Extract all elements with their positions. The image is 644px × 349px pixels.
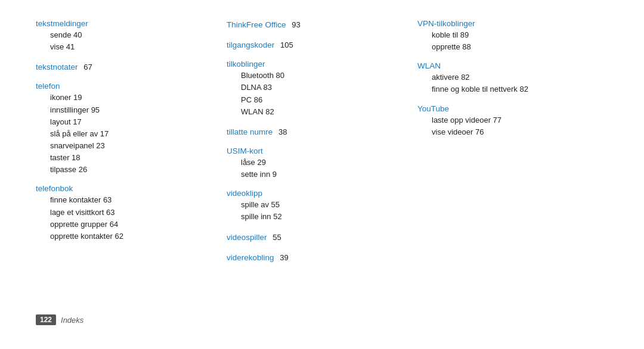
list-item: opprette 88 [417,41,608,53]
section-thinkfree: ThinkFree Office 93 [227,19,417,31]
column-1: tekstmeldinger sende 40 vise 41 tekstnot… [36,19,227,310]
list-item: lage et visittkort 63 [36,207,227,219]
index-columns: tekstmeldinger sende 40 vise 41 tekstnot… [36,19,608,310]
list-item: låse 29 [227,157,417,169]
section-videospiller: videospiller 55 [227,232,417,244]
list-item: PC 86 [227,94,417,106]
list-item: 105 [277,40,293,49]
section-tilkoblinger: tilkoblinger Bluetooth 80 DLNA 83 PC 86 … [227,60,417,118]
list-item: 38 [275,127,287,136]
section-tillatte: tillatte numre 38 [227,126,417,138]
column-3: VPN-tilkoblinger koble til 89 opprette 8… [417,19,608,310]
list-item: innstillinger 95 [36,104,227,116]
section-vpn: VPN-tilkoblinger koble til 89 opprette 8… [417,19,608,53]
list-item: tilpasse 26 [36,164,227,176]
list-item: spille inn 52 [227,211,417,223]
section-telefon: telefon ikoner 19 innstillinger 95 layou… [36,82,227,176]
section-title-usim: USIM-kort [227,147,417,155]
section-title-youtube: YouTube [417,104,608,113]
list-item: Bluetooth 80 [227,70,417,82]
list-item: finne kontakter 63 [36,194,227,206]
section-viderekobling: viderekobling 39 [227,252,417,264]
section-title-tekstnotater: tekstnotater [36,63,78,71]
list-item: vise videoer 76 [417,126,608,138]
footer: 122 Indeks [36,314,608,325]
list-item: 39 [276,253,288,262]
section-tekstmeldinger: tekstmeldinger sende 40 vise 41 [36,19,227,53]
section-tekstnotater: tekstnotater 67 [36,61,227,73]
list-item: slå på eller av 17 [36,128,227,140]
list-item: spille av 55 [227,199,417,211]
section-videoklipp: videoklipp spille av 55 spille inn 52 [227,189,417,223]
list-item: aktivere 82 [417,71,608,83]
list-item: taster 18 [36,152,227,164]
list-item: finne og koble til nettverk 82 [417,83,608,95]
section-title-wlan: WLAN [417,61,608,70]
section-title-telefonbok: telefonbok [36,184,227,193]
section-title-videospiller: videospiller [227,233,267,242]
list-item: 93 [288,20,300,29]
section-title-tillatte: tillatte numre [227,127,273,136]
list-item: 67 [80,63,92,71]
list-item: DLNA 83 [227,82,417,94]
list-item: opprette kontakter 62 [36,230,227,242]
page: tekstmeldinger sende 40 vise 41 tekstnot… [0,0,644,349]
section-wlan: WLAN aktivere 82 finne og koble til nett… [417,61,608,95]
section-title-viderekobling: viderekobling [227,253,274,262]
section-usim: USIM-kort låse 29 sette inn 9 [227,147,417,180]
list-item: snarveipanel 23 [36,140,227,152]
column-2: ThinkFree Office 93 tilgangskoder 105 ti… [227,19,417,310]
list-item: vise 41 [36,41,227,53]
list-item: sende 40 [36,29,227,41]
section-youtube: YouTube laste opp videoer 77 vise videoe… [417,104,608,138]
section-title-tekstmeldinger: tekstmeldinger [36,19,227,28]
page-number: 122 [36,314,56,325]
list-item: layout 17 [36,116,227,128]
list-item: 55 [269,233,281,242]
list-item: laste opp videoer 77 [417,114,608,126]
section-title-thinkfree: ThinkFree Office [227,20,286,29]
list-item: opprette grupper 64 [36,219,227,230]
list-item: WLAN 82 [227,106,417,118]
section-title-vpn: VPN-tilkoblinger [417,19,608,28]
list-item: koble til 89 [417,29,608,41]
footer-label: Indeks [61,316,83,325]
section-title-telefon: telefon [36,82,227,91]
section-title-tilkoblinger: tilkoblinger [227,60,417,68]
section-title-tilgangskoder: tilgangskoder [227,40,274,49]
list-item: ikoner 19 [36,92,227,104]
section-tilgangskoder: tilgangskoder 105 [227,39,417,51]
list-item: sette inn 9 [227,169,417,180]
section-title-videoklipp: videoklipp [227,189,417,198]
section-telefonbok: telefonbok finne kontakter 63 lage et vi… [36,184,227,242]
